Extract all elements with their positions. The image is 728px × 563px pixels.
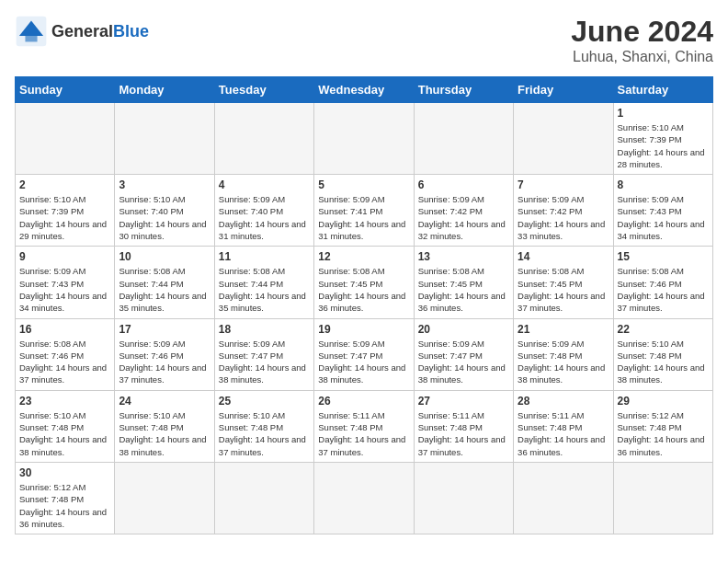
month-title: June 2024 — [571, 15, 713, 49]
day-number: 29 — [618, 395, 709, 408]
calendar-table: SundayMondayTuesdayWednesdayThursdayFrid… — [15, 76, 713, 534]
calendar-cell: 29Sunrise: 5:12 AMSunset: 7:48 PMDayligh… — [613, 390, 712, 462]
calendar-cell: 3Sunrise: 5:10 AMSunset: 7:40 PMDaylight… — [115, 175, 214, 247]
day-number: 1 — [618, 107, 709, 120]
calendar-cell: 1Sunrise: 5:10 AMSunset: 7:39 PMDaylight… — [613, 103, 712, 175]
day-number: 22 — [618, 323, 709, 336]
day-info: Sunrise: 5:10 AMSunset: 7:39 PMDaylight:… — [618, 121, 709, 170]
calendar-cell: 18Sunrise: 5:09 AMSunset: 7:47 PMDayligh… — [214, 318, 313, 390]
day-number: 13 — [418, 250, 509, 263]
day-info: Sunrise: 5:08 AMSunset: 7:44 PMDaylight:… — [219, 265, 310, 314]
calendar-cell: 15Sunrise: 5:08 AMSunset: 7:46 PMDayligh… — [613, 247, 712, 318]
day-number: 27 — [418, 395, 509, 408]
day-info: Sunrise: 5:08 AMSunset: 7:44 PMDaylight:… — [119, 265, 210, 314]
calendar-cell — [514, 103, 613, 175]
day-info: Sunrise: 5:12 AMSunset: 7:48 PMDaylight:… — [618, 409, 709, 458]
calendar-cell: 27Sunrise: 5:11 AMSunset: 7:48 PMDayligh… — [414, 390, 513, 462]
calendar-cell: 24Sunrise: 5:10 AMSunset: 7:48 PMDayligh… — [115, 390, 214, 462]
day-info: Sunrise: 5:09 AMSunset: 7:41 PMDaylight:… — [318, 193, 409, 242]
day-header-tuesday: Tuesday — [214, 77, 313, 103]
day-info: Sunrise: 5:08 AMSunset: 7:45 PMDaylight:… — [318, 265, 409, 314]
day-number: 14 — [518, 250, 609, 263]
day-header-thursday: Thursday — [414, 77, 513, 103]
day-number: 11 — [219, 250, 310, 263]
day-info: Sunrise: 5:11 AMSunset: 7:48 PMDaylight:… — [418, 409, 509, 458]
week-row-6: 30Sunrise: 5:12 AMSunset: 7:48 PMDayligh… — [16, 462, 713, 534]
day-number: 7 — [518, 178, 609, 191]
calendar-cell: 26Sunrise: 5:11 AMSunset: 7:48 PMDayligh… — [314, 390, 414, 462]
day-number: 23 — [19, 395, 110, 408]
logo: GeneralBlue — [15, 15, 149, 48]
calendar-cell: 7Sunrise: 5:09 AMSunset: 7:42 PMDaylight… — [514, 175, 613, 247]
day-header-saturday: Saturday — [613, 77, 712, 103]
day-info: Sunrise: 5:11 AMSunset: 7:48 PMDaylight:… — [518, 409, 609, 458]
week-row-1: 1Sunrise: 5:10 AMSunset: 7:39 PMDaylight… — [16, 103, 713, 175]
day-number: 6 — [418, 178, 509, 191]
week-row-4: 16Sunrise: 5:08 AMSunset: 7:46 PMDayligh… — [16, 318, 713, 390]
day-number: 12 — [318, 250, 409, 263]
day-number: 28 — [518, 395, 609, 408]
calendar-cell: 12Sunrise: 5:08 AMSunset: 7:45 PMDayligh… — [314, 247, 414, 318]
logo-icon — [15, 15, 48, 48]
calendar-cell — [314, 103, 414, 175]
day-info: Sunrise: 5:09 AMSunset: 7:40 PMDaylight:… — [219, 193, 310, 242]
day-number: 20 — [418, 323, 509, 336]
day-info: Sunrise: 5:10 AMSunset: 7:48 PMDaylight:… — [618, 338, 709, 386]
week-row-2: 2Sunrise: 5:10 AMSunset: 7:39 PMDaylight… — [16, 175, 713, 247]
calendar-cell: 21Sunrise: 5:09 AMSunset: 7:48 PMDayligh… — [514, 318, 613, 390]
title-area: June 2024 Luhua, Shanxi, China — [571, 15, 713, 65]
calendar-cell: 17Sunrise: 5:09 AMSunset: 7:46 PMDayligh… — [115, 318, 214, 390]
day-headers: SundayMondayTuesdayWednesdayThursdayFrid… — [16, 77, 713, 103]
day-number: 18 — [219, 323, 310, 336]
calendar-cell — [514, 462, 613, 534]
day-header-wednesday: Wednesday — [314, 77, 414, 103]
day-header-friday: Friday — [514, 77, 613, 103]
day-number: 4 — [219, 178, 310, 191]
day-info: Sunrise: 5:09 AMSunset: 7:47 PMDaylight:… — [219, 338, 310, 386]
calendar-cell: 8Sunrise: 5:09 AMSunset: 7:43 PMDaylight… — [613, 175, 712, 247]
calendar-cell: 22Sunrise: 5:10 AMSunset: 7:48 PMDayligh… — [613, 318, 712, 390]
calendar-cell: 23Sunrise: 5:10 AMSunset: 7:48 PMDayligh… — [16, 390, 115, 462]
calendar-cell: 6Sunrise: 5:09 AMSunset: 7:42 PMDaylight… — [414, 175, 513, 247]
day-number: 5 — [318, 178, 409, 191]
day-info: Sunrise: 5:10 AMSunset: 7:39 PMDaylight:… — [19, 193, 110, 242]
calendar-cell: 4Sunrise: 5:09 AMSunset: 7:40 PMDaylight… — [214, 175, 313, 247]
day-number: 15 — [618, 250, 709, 263]
day-info: Sunrise: 5:09 AMSunset: 7:47 PMDaylight:… — [418, 338, 509, 386]
week-row-3: 9Sunrise: 5:09 AMSunset: 7:43 PMDaylight… — [16, 247, 713, 318]
day-number: 25 — [219, 395, 310, 408]
header: GeneralBlue June 2024 Luhua, Shanxi, Chi… — [15, 15, 713, 65]
calendar-cell — [414, 103, 513, 175]
day-info: Sunrise: 5:10 AMSunset: 7:40 PMDaylight:… — [119, 193, 210, 242]
day-info: Sunrise: 5:09 AMSunset: 7:42 PMDaylight:… — [518, 193, 609, 242]
calendar-cell — [115, 103, 214, 175]
day-number: 30 — [19, 466, 110, 479]
calendar-cell — [16, 103, 115, 175]
location: Luhua, Shanxi, China — [571, 49, 713, 65]
day-info: Sunrise: 5:10 AMSunset: 7:48 PMDaylight:… — [119, 409, 210, 458]
day-info: Sunrise: 5:08 AMSunset: 7:45 PMDaylight:… — [418, 265, 509, 314]
calendar-cell: 16Sunrise: 5:08 AMSunset: 7:46 PMDayligh… — [16, 318, 115, 390]
day-header-sunday: Sunday — [16, 77, 115, 103]
svg-rect-2 — [25, 36, 37, 42]
calendar-cell: 11Sunrise: 5:08 AMSunset: 7:44 PMDayligh… — [214, 247, 313, 318]
day-number: 21 — [518, 323, 609, 336]
calendar-cell — [613, 462, 712, 534]
day-number: 17 — [119, 323, 210, 336]
day-info: Sunrise: 5:12 AMSunset: 7:48 PMDaylight:… — [19, 481, 110, 530]
day-number: 8 — [618, 178, 709, 191]
day-info: Sunrise: 5:09 AMSunset: 7:47 PMDaylight:… — [318, 338, 409, 386]
week-row-5: 23Sunrise: 5:10 AMSunset: 7:48 PMDayligh… — [16, 390, 713, 462]
calendar-cell: 5Sunrise: 5:09 AMSunset: 7:41 PMDaylight… — [314, 175, 414, 247]
calendar-cell — [214, 103, 313, 175]
calendar-cell — [214, 462, 313, 534]
calendar-cell: 19Sunrise: 5:09 AMSunset: 7:47 PMDayligh… — [314, 318, 414, 390]
day-number: 16 — [19, 323, 110, 336]
day-info: Sunrise: 5:08 AMSunset: 7:46 PMDaylight:… — [19, 338, 110, 386]
day-number: 24 — [119, 395, 210, 408]
calendar-cell: 25Sunrise: 5:10 AMSunset: 7:48 PMDayligh… — [214, 390, 313, 462]
calendar-cell: 13Sunrise: 5:08 AMSunset: 7:45 PMDayligh… — [414, 247, 513, 318]
day-info: Sunrise: 5:11 AMSunset: 7:48 PMDaylight:… — [318, 409, 409, 458]
day-header-monday: Monday — [115, 77, 214, 103]
calendar-cell — [414, 462, 513, 534]
